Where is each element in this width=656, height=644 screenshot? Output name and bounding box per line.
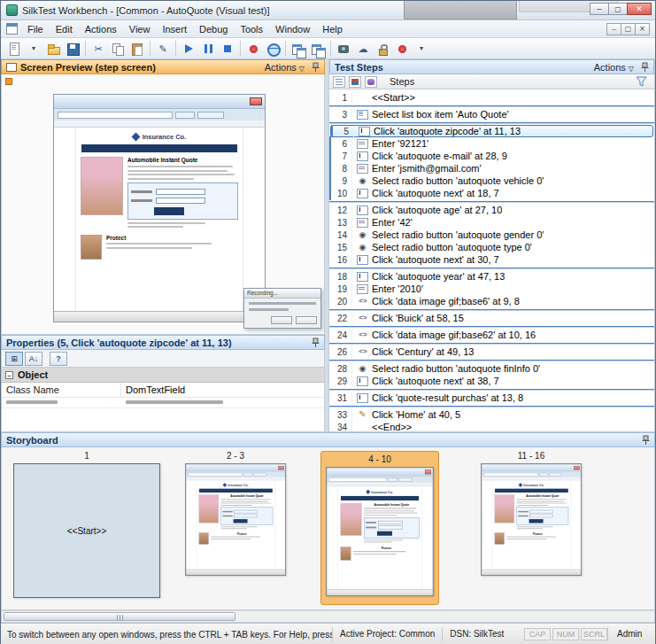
open-asset-button[interactable] (43, 39, 63, 58)
field-label-placeholder (518, 515, 528, 516)
mdi-minimize-button[interactable] (606, 23, 621, 35)
screens-column-icon[interactable] (349, 76, 361, 88)
menu-item-insert[interactable]: Insert (156, 20, 193, 38)
text-line-placeholder (106, 243, 212, 244)
mdi-restore-button[interactable] (621, 23, 636, 35)
browser-statusbar (186, 570, 285, 575)
web-browser-button[interactable] (263, 39, 282, 58)
test-step-row[interactable]: 12Click 'autoquote age' at 27, 10 (329, 204, 654, 216)
test-steps-actions-menu[interactable]: Actions (594, 62, 634, 73)
remote-agent-button[interactable]: ☁ (353, 39, 373, 58)
text-line-placeholder (220, 503, 271, 504)
stop-button[interactable] (218, 39, 237, 58)
menu-item-view[interactable]: View (123, 20, 157, 38)
text-line-placeholder (220, 505, 251, 506)
storyboard-cell-4-10[interactable]: 4 - 10 Insurance Co. Automobile Instant … (320, 451, 439, 605)
step-radio-icon: ◉ (356, 363, 369, 374)
screen-preview-pane[interactable]: Insurance Co. Automobile Instant Quote (1, 74, 325, 335)
property-help-button[interactable]: ? (50, 352, 67, 366)
test-step-row[interactable]: 10Click 'autoquote next' at 18, 7 (329, 187, 654, 199)
preview-marker (5, 78, 12, 85)
record-button[interactable] (243, 39, 263, 58)
pin-icon[interactable] (641, 62, 649, 73)
step-text: <<End>> (372, 422, 412, 432)
paste-button[interactable] (127, 39, 147, 58)
test-step-row[interactable]: 33✎Click 'Home' at 40, 5 (329, 408, 654, 421)
dsn-label: DSN: SilkTest (442, 627, 511, 641)
browser-close-icon (574, 466, 580, 469)
test-step-row[interactable]: 8Enter 'jsmith@gmail.com' (329, 162, 654, 175)
screen-capture-button[interactable] (334, 39, 353, 58)
menu-item-edit[interactable]: Edit (50, 20, 79, 38)
properties-category-row[interactable]: Object (2, 368, 324, 383)
maximize-button[interactable] (608, 3, 628, 15)
test-step-row[interactable]: 5Click 'autoquote zipcode' at 11, 13 (330, 125, 653, 137)
pin-icon[interactable] (642, 435, 650, 446)
screen-preview-actions-menu[interactable]: Actions (265, 62, 305, 73)
screen-preview-header: Screen Preview (step screen) Actions (1, 59, 325, 74)
test-step-row[interactable]: 28◉Select radio button 'autoquote finInf… (329, 362, 654, 375)
categorized-view-button[interactable]: ⊞ (5, 352, 23, 366)
test-step-row[interactable]: 14◉Select radio button 'autoquote gender… (329, 229, 654, 241)
test-step-row[interactable]: 16Click 'autoquote next' at 30, 7 (329, 253, 654, 266)
pin-icon[interactable] (312, 338, 320, 348)
test-step-row[interactable]: 22< >Click 'Buick' at 58, 15 (329, 312, 654, 324)
cascade-windows-button[interactable] (308, 39, 328, 58)
test-step-row[interactable]: 24< >Click 'data image gif;base62' at 10… (329, 329, 654, 341)
new-asset-options-button[interactable]: ▾ (24, 39, 43, 58)
lock-button[interactable] (373, 39, 392, 58)
collapse-icon[interactable] (5, 371, 13, 379)
menu-item-window[interactable]: Window (269, 20, 316, 38)
property-row[interactable]: Class NameDomTextField (2, 383, 324, 398)
cut-button[interactable]: ✂ (89, 39, 108, 58)
save-button[interactable] (63, 39, 82, 58)
step-text: Enter '2010' (372, 283, 423, 295)
menu-item-help[interactable]: Help (316, 20, 349, 38)
step-number: 3 (329, 109, 352, 120)
record-actions-button[interactable] (392, 39, 412, 58)
alphabetical-sort-button[interactable]: A↓ (25, 352, 42, 366)
mdi-close-button[interactable] (635, 23, 650, 35)
storyboard-cell-11-16[interactable]: 11 - 16 Insurance Co. Automobile Instant… (478, 451, 584, 577)
test-step-row[interactable]: 31Click 'quote-result purchas' at 13, 8 (329, 392, 654, 404)
menu-item-actions[interactable]: Actions (79, 20, 123, 38)
test-step-row[interactable]: 7Click 'autoquote e-mail' at 28, 9 (329, 150, 654, 162)
storyboard-scrollbar[interactable] (1, 610, 655, 623)
minimize-button[interactable] (590, 3, 609, 15)
test-step-row[interactable]: 19Enter '2010' (329, 283, 654, 295)
text-line-placeholder (364, 510, 413, 511)
close-button[interactable] (627, 3, 652, 15)
step-listbox-icon (356, 109, 369, 120)
test-step-row[interactable]: 3Select list box item 'Auto Quote' (329, 108, 654, 120)
filter-funnel-icon[interactable] (636, 76, 647, 87)
test-step-row[interactable]: 1<<Start>> (329, 91, 654, 104)
playback-button[interactable] (179, 39, 198, 58)
storyboard-cell-2-3[interactable]: 2 - 3 Insurance Co. Automobile Instant Q… (182, 451, 289, 577)
more-options-button[interactable]: ▾ (412, 39, 431, 58)
test-step-row[interactable]: 18Click 'autoquote year' at 47, 13 (329, 270, 654, 283)
test-step-row[interactable]: 29Click 'autoquote next' at 38, 7 (329, 375, 654, 387)
storyboard-cell-1[interactable]: 1<<Start>> (12, 451, 161, 598)
step-text: <<Start>> (372, 92, 415, 104)
menu-item-tools[interactable]: Tools (234, 20, 269, 38)
test-step-row[interactable]: 26< >Click 'Century' at 49, 13 (329, 345, 654, 358)
menu-item-debug[interactable]: Debug (193, 20, 234, 38)
test-step-row[interactable]: 6Enter '92121' (329, 137, 654, 150)
test-step-row[interactable]: 13Enter '42' (329, 216, 654, 229)
test-step-row[interactable]: 9◉Select radio button 'autoquote vehicle… (329, 175, 654, 187)
menu-item-file[interactable]: File (21, 20, 50, 38)
tile-windows-button[interactable] (289, 39, 308, 58)
pause-button[interactable] (198, 39, 218, 58)
scrollbar-thumb[interactable] (4, 612, 235, 621)
text-line-placeholder (516, 526, 552, 527)
edit-script-button[interactable]: ✎ (153, 39, 173, 58)
new-asset-button[interactable] (4, 39, 24, 58)
step-list-icon[interactable] (333, 76, 345, 88)
test-step-row[interactable]: 34<<End>> (329, 421, 654, 431)
test-step-row[interactable]: 15◉Select radio button 'autoquote type 0… (329, 241, 654, 253)
copy-button[interactable] (108, 39, 127, 58)
test-step-row[interactable]: 20< >Click 'data image gif;base6' at 9, … (329, 295, 654, 307)
playback-icon (181, 42, 196, 56)
pin-icon[interactable] (312, 62, 320, 73)
data-column-icon[interactable] (365, 76, 377, 88)
